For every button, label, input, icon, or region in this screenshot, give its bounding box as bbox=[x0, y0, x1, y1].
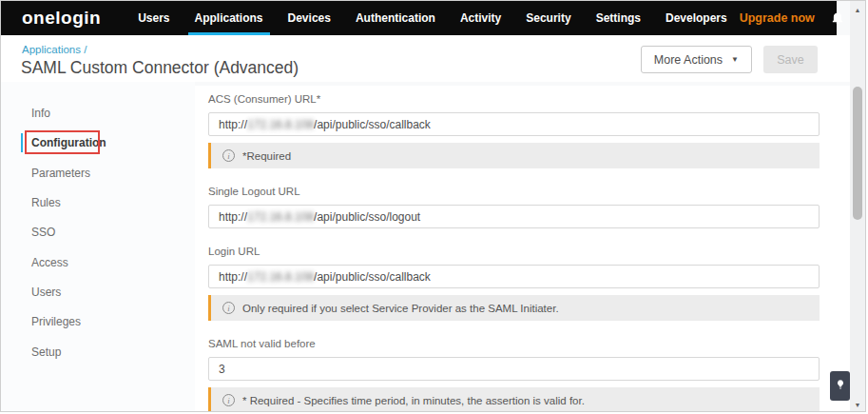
save-button[interactable]: Save bbox=[763, 46, 818, 73]
page-header: Applications / SAML Custom Connector (Ad… bbox=[1, 35, 852, 82]
nav-right-group: Upgrade now Vishal bbox=[740, 7, 866, 30]
url-prefix: http:// bbox=[219, 270, 247, 284]
onelogin-logo[interactable]: onelogin bbox=[22, 8, 101, 29]
url-prefix: http:// bbox=[219, 118, 247, 131]
info-icon: i bbox=[222, 302, 235, 314]
info-icon: i bbox=[222, 394, 235, 406]
nav-item-security[interactable]: Security bbox=[513, 1, 583, 35]
nav-item-settings[interactable]: Settings bbox=[584, 1, 653, 35]
chevron-down-icon: ▼ bbox=[731, 55, 739, 64]
sidebar-item-access[interactable]: Access bbox=[31, 255, 68, 270]
top-navigation-bar: onelogin Users Applications Devices Auth… bbox=[1, 1, 837, 35]
lightbulb-icon bbox=[835, 377, 846, 396]
settings-sidebar: Info Configuration Parameters Rules SSO … bbox=[1, 82, 195, 411]
form-field-single-logout-url: Single Logout URL http://172.16.8.108/ap… bbox=[208, 185, 820, 228]
saml-not-valid-before-label: SAML not valid before bbox=[208, 337, 820, 350]
vertical-scrollbar: ▲ ▼ bbox=[850, 1, 865, 412]
nav-item-authentication[interactable]: Authentication bbox=[343, 1, 448, 35]
url-suffix: /api/public/sso/callback bbox=[314, 270, 431, 284]
login-url-label: Login URL bbox=[208, 245, 820, 258]
scroll-down-arrow[interactable]: ▼ bbox=[850, 398, 865, 411]
sidebar-item-rules[interactable]: Rules bbox=[31, 195, 61, 210]
sidebar-item-info[interactable]: Info bbox=[31, 106, 50, 121]
sidebar-item-setup[interactable]: Setup bbox=[31, 345, 61, 360]
sidebar-item-users[interactable]: Users bbox=[31, 285, 61, 300]
single-logout-url-input[interactable]: http://172.16.8.108/api/public/sso/logou… bbox=[208, 205, 820, 228]
url-prefix: http:// bbox=[219, 210, 247, 224]
breadcrumb[interactable]: Applications / bbox=[22, 44, 87, 55]
scrollbar-thumb[interactable] bbox=[853, 87, 862, 220]
acs-url-input[interactable]: http://172.16.8.108/api/public/sso/callb… bbox=[208, 112, 820, 136]
saml-not-valid-before-note: i * Required - Specifies time period, in… bbox=[208, 387, 820, 412]
saml-not-valid-before-input[interactable]: 3 bbox=[208, 357, 820, 381]
field-value: 3 bbox=[219, 363, 225, 376]
scroll-up-arrow[interactable]: ▲ bbox=[850, 3, 865, 16]
nav-menu: Users Applications Devices Authenticatio… bbox=[125, 1, 740, 35]
url-suffix: /api/public/sso/callback bbox=[314, 118, 431, 131]
sidebar-item-sso[interactable]: SSO bbox=[31, 225, 55, 240]
acs-url-note: i *Required bbox=[208, 143, 820, 168]
note-text: Only required if you select Service Prov… bbox=[242, 303, 559, 314]
redacted-host: 172.16.8.108 bbox=[247, 210, 314, 224]
url-suffix: /api/public/sso/logout bbox=[314, 210, 420, 224]
nav-item-applications[interactable]: Applications bbox=[183, 1, 276, 35]
redacted-host: 172.16.8.108 bbox=[247, 270, 314, 284]
page-title: SAML Custom Connector (Advanced) bbox=[21, 58, 299, 78]
form-field-login-url: Login URL http://172.16.8.108/api/public… bbox=[208, 245, 820, 321]
bell-icon[interactable] bbox=[830, 10, 845, 26]
more-actions-label: More Actions bbox=[654, 53, 723, 67]
configuration-form: ACS (Consumer) URL* http://172.16.8.108/… bbox=[195, 86, 853, 411]
single-logout-url-label: Single Logout URL bbox=[208, 185, 820, 198]
sidebar-item-configuration[interactable]: Configuration bbox=[31, 135, 106, 150]
nav-item-users[interactable]: Users bbox=[125, 1, 182, 35]
upgrade-now-link[interactable]: Upgrade now bbox=[740, 11, 815, 25]
redacted-host: 172.16.8.108 bbox=[247, 118, 314, 131]
more-actions-button[interactable]: More Actions ▼ bbox=[641, 46, 752, 73]
info-icon: i bbox=[222, 149, 235, 162]
note-text: * Required - Specifies time period, in m… bbox=[242, 395, 585, 406]
note-text: *Required bbox=[242, 150, 291, 162]
active-item-indicator bbox=[21, 133, 23, 152]
form-field-acs-url: ACS (Consumer) URL* http://172.16.8.108/… bbox=[208, 92, 820, 168]
app-window: onelogin Users Applications Devices Auth… bbox=[0, 0, 866, 412]
sidebar-item-privileges[interactable]: Privileges bbox=[31, 314, 81, 329]
nav-item-developers[interactable]: Developers bbox=[653, 1, 740, 35]
login-url-note: i Only required if you select Service Pr… bbox=[208, 295, 820, 321]
hints-button[interactable] bbox=[830, 371, 850, 401]
login-url-input[interactable]: http://172.16.8.108/api/public/sso/callb… bbox=[208, 265, 820, 288]
nav-item-devices[interactable]: Devices bbox=[276, 1, 343, 35]
sidebar-item-parameters[interactable]: Parameters bbox=[31, 166, 90, 181]
nav-item-activity[interactable]: Activity bbox=[448, 1, 513, 35]
form-field-saml-not-valid-before: SAML not valid before 3 i * Required - S… bbox=[208, 337, 820, 412]
acs-url-label: ACS (Consumer) URL* bbox=[208, 92, 820, 106]
